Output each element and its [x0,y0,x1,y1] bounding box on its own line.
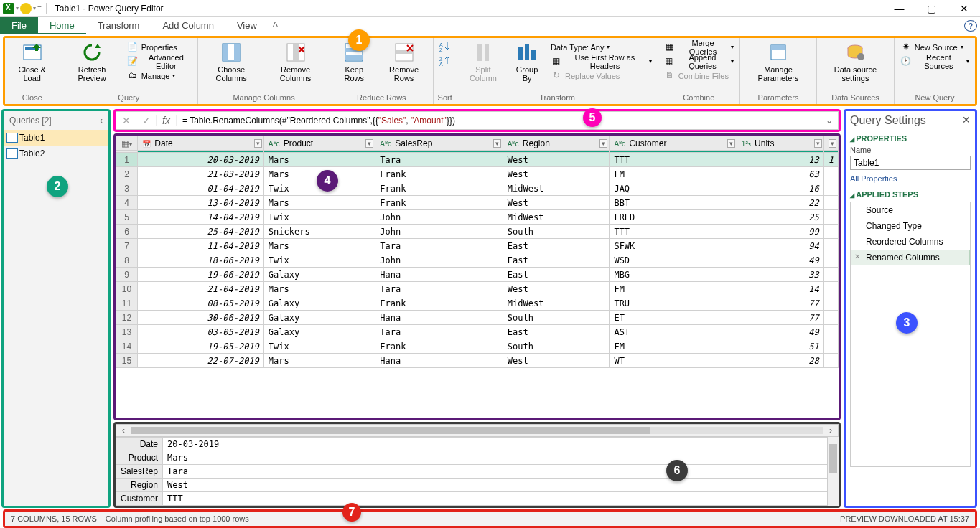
svg-rect-11 [345,55,363,60]
remove-rows-button[interactable]: Remove Rows [378,39,429,84]
cancel-formula[interactable]: ✕ [116,115,136,126]
preview-row: CustomerTTT [116,492,839,506]
manage-button[interactable]: 🗂Manage ▾ [124,68,195,82]
table-row[interactable]: 1303-05-2019GalaxyTaraEastAST49 [116,325,839,339]
add-column-tab[interactable]: Add Column [151,17,225,34]
formula-text[interactable]: = Table.RenameColumns(#"Reordered Column… [177,116,821,126]
sort-asc-icon: AZ [439,41,451,52]
data-grid[interactable]: ▦▾ 📅 Date▾Aᴮc Product▾Aᴮc SalesRep▾Aᴮc R… [116,136,839,368]
collapse-queries[interactable]: ‹ [100,116,103,126]
callout-3: 3 [896,312,918,334]
name-label: Name [850,146,971,154]
editor-icon: 📝 [127,55,138,67]
collapse-ribbon[interactable]: ᐱ [269,17,282,34]
choose-columns-icon [220,41,243,64]
home-tab[interactable]: Home [38,17,86,34]
column-header[interactable]: 📅 Date▾ [138,136,264,151]
table-row[interactable]: 301-04-2019TwixFrankMidWestJAQ16 [116,182,839,196]
refresh-preview-button[interactable]: Refresh Preview [63,39,121,84]
new-source-icon: ✷ [900,41,912,52]
data-source-settings-button[interactable]: Data source settings [820,39,891,84]
remove-columns-icon [284,41,307,64]
combine-files-button[interactable]: 🗎Combine Files [661,68,737,82]
table-row[interactable]: 818-06-2019TwixJohnEastWSD49 [116,253,839,268]
table-row[interactable]: 413-04-2019MarsFrankWestBBT22 [116,196,839,210]
svg-text:Z: Z [439,57,443,62]
close-load-button[interactable]: Close & Load [8,39,57,84]
append-queries-button[interactable]: ▦Append Queries ▾ [661,54,737,68]
table-row[interactable]: 1419-05-2019TwixFrankSouthFM51 [116,339,839,354]
table-row[interactable]: 1021-04-2019MarsTaraWestFM14 [116,282,839,296]
recent-sources-button[interactable]: 🕑Recent Sources ▾ [897,54,972,68]
sort-desc-button[interactable]: ZA [437,54,454,68]
advanced-editor-button[interactable]: 📝Advanced Editor [124,54,195,68]
file-tab[interactable]: File [0,17,38,34]
status-columns-rows: 7 COLUMNS, 15 ROWS [11,514,97,523]
first-row-headers-button[interactable]: ▦Use First Row as Headers ▾ [548,54,655,68]
accept-formula[interactable]: ✓ [136,115,157,126]
headers-icon: ▦ [551,55,561,67]
replace-values-button[interactable]: ↻Replace Values [548,68,655,82]
column-header[interactable]: 1²₃ Units▾ [737,136,823,151]
transform-tab[interactable]: Transform [86,17,151,34]
view-tab[interactable]: View [225,17,269,34]
query-name-input[interactable] [850,156,971,170]
applied-step[interactable]: Changed Type [851,218,970,234]
status-preview-time: PREVIEW DOWNLOADED AT 15:37 [840,514,969,523]
all-properties-link[interactable]: All Properties [850,174,971,183]
manage-parameters-button[interactable]: Manage Parameters [743,39,813,84]
applied-step[interactable]: Renamed Columns [851,250,970,265]
horizontal-scrollbar[interactable]: ‹ › [116,424,839,437]
merge-queries-button[interactable]: ▦Merge Queries ▾ [661,39,737,54]
qat-dropdown-2[interactable]: ▾ [33,5,36,11]
split-column-button[interactable]: Split Column [460,39,506,84]
column-header[interactable]: Aᴮc Customer▾ [610,136,737,151]
sort-asc-button[interactable]: AZ [437,39,454,54]
group-by-button[interactable]: Group By [509,39,545,84]
expand-formula[interactable]: ⌄ [821,116,838,126]
svg-rect-22 [518,47,523,60]
table-row[interactable]: 1108-05-2019GalaxyFrankMidWestTRU77 [116,296,839,311]
svg-text:A: A [439,62,443,67]
manage-icon: 🗂 [127,70,139,81]
table-row[interactable]: 625-04-2019SnickersJohnSouthTTT99 [116,225,839,239]
new-source-button[interactable]: ✷New Source ▾ [897,39,972,54]
properties-button[interactable]: 📄Properties [124,39,195,54]
title-bar: ▾ ▾ = Table1 - Power Query Editor — ▢ ✕ [0,0,980,17]
table-row[interactable]: 919-06-2019GalaxyHanaEastMBG33 [116,268,839,282]
callout-7: 7 [342,503,361,522]
remove-columns-button[interactable]: Remove Columns [264,39,327,84]
applied-step[interactable]: Reordered Columns [851,234,970,250]
minimize-button[interactable]: — [883,0,915,17]
table-row[interactable]: 221-03-2019MarsFrankWestFM63 [116,167,839,182]
maximize-button[interactable]: ▢ [915,0,948,17]
table-corner[interactable]: ▦▾ [116,136,138,151]
applied-step[interactable]: Source [851,202,970,218]
scroll-right-icon[interactable]: › [829,425,832,435]
table-row[interactable]: 1230-06-2019GalaxyHanaSouthET77 [116,311,839,325]
column-header[interactable]: Aᴮc Product▾ [263,136,375,151]
vertical-scrollbar[interactable] [827,437,839,506]
help-icon[interactable]: ? [964,20,977,32]
close-settings[interactable]: ✕ [962,114,971,127]
table-row[interactable]: 1522-07-2019MarsHanaWestWT28 [116,354,839,368]
svg-rect-13 [396,50,413,54]
table-row[interactable]: 711-04-2019MarsTaraEastSFWK94 [116,239,839,253]
close-button[interactable]: ✕ [948,0,980,17]
column-header[interactable]: Aᴮc Region▾ [503,136,610,151]
data-type-button[interactable]: Data Type: Any ▾ [548,39,655,54]
parameters-icon [767,41,790,64]
query-item[interactable]: Table2 [4,146,108,161]
excel-icon [3,3,14,14]
properties-section: PROPERTIES [850,134,971,143]
query-item[interactable]: Table1 [4,130,108,146]
choose-columns-button[interactable]: Choose Columns [201,39,261,84]
table-row[interactable]: 120-03-2019MarsTaraWestTTT131 [116,153,839,167]
queries-pane: Queries [2]‹ Table1Table2 2 [1,109,111,508]
svg-point-28 [857,53,864,60]
applied-steps-section: APPLIED STEPS [850,190,971,199]
scroll-left-icon[interactable]: ‹ [122,425,125,435]
table-row[interactable]: 514-04-2019TwixJohnMidWestFRED25 [116,210,839,225]
qat-dropdown[interactable]: ▾ [16,5,19,11]
column-header[interactable]: Aᴮc SalesRep▾ [375,136,503,151]
